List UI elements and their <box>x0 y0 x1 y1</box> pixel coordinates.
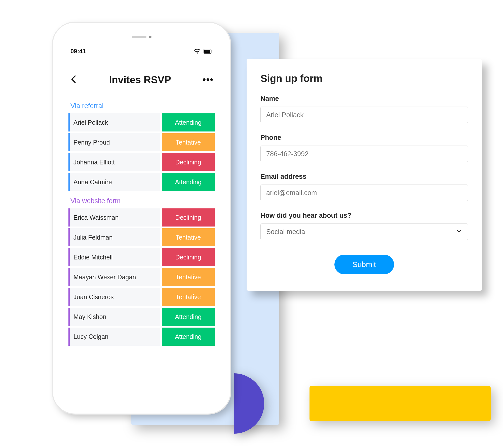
phone-notch <box>132 36 151 38</box>
group-header[interactable]: Via website form <box>68 191 215 208</box>
rsvp-status-cell[interactable]: Declining <box>162 208 215 227</box>
list-item[interactable]: Eddie MitchellDeclining <box>68 248 215 266</box>
status-time: 09:41 <box>70 48 86 55</box>
rsvp-status-cell[interactable]: Tentative <box>162 228 215 246</box>
invitee-name: Juan Cisneros <box>73 293 114 301</box>
invitee-name: Eddie Mitchell <box>73 254 113 261</box>
group-color-stripe <box>68 328 70 346</box>
battery-icon <box>204 49 213 54</box>
group-color-stripe <box>68 308 70 326</box>
group-color-stripe <box>68 133 70 151</box>
source-select-value: Social media <box>266 228 305 236</box>
chevron-down-icon <box>456 228 462 236</box>
group-color-stripe <box>68 173 70 191</box>
list-item[interactable]: Anna CatmireAttending <box>68 173 215 191</box>
group-color-stripe <box>68 113 70 131</box>
invitee-name: May Kishon <box>73 313 106 321</box>
signup-form-card: Sign up form Name Phone Email address Ho… <box>247 59 482 291</box>
phone-mockup: 09:41 Invites RSVP ••• Via referralAri <box>53 23 230 414</box>
name-input[interactable] <box>260 107 468 123</box>
more-button[interactable]: ••• <box>202 73 215 86</box>
group-color-stripe <box>68 228 70 246</box>
invitee-name: Johanna Elliott <box>73 159 115 166</box>
invitee-name: Penny Proud <box>73 139 110 146</box>
invitee-name-cell[interactable]: Erica Waissman <box>68 208 160 227</box>
group-color-stripe <box>68 268 70 286</box>
list-item[interactable]: Erica WaissmanDeclining <box>68 208 215 227</box>
svg-rect-2 <box>212 50 212 52</box>
invitee-name-cell[interactable]: Penny Proud <box>68 133 160 151</box>
rsvp-status-cell[interactable]: Tentative <box>162 268 215 286</box>
invitee-name-cell[interactable]: Ariel Pollack <box>68 113 160 131</box>
invitee-name-cell[interactable]: Lucy Colgan <box>68 328 160 346</box>
rsvp-status-cell[interactable]: Attending <box>162 308 215 326</box>
rsvp-status-cell[interactable]: Attending <box>162 328 215 346</box>
rsvp-status-cell[interactable]: Declining <box>162 153 215 171</box>
rsvp-status-cell[interactable]: Declining <box>162 248 215 266</box>
source-select[interactable]: Social media <box>260 223 468 240</box>
name-label: Name <box>260 95 468 103</box>
rsvp-status-cell[interactable]: Attending <box>162 113 215 131</box>
invitee-name-cell[interactable]: Juan Cisneros <box>68 288 160 306</box>
phone-input[interactable] <box>260 146 468 162</box>
invitee-name: Erica Waissman <box>73 214 119 221</box>
email-input[interactable] <box>260 185 468 201</box>
invitee-name-cell[interactable]: Maayan Wexer Dagan <box>68 268 160 286</box>
form-title: Sign up form <box>260 73 468 84</box>
svg-rect-1 <box>204 50 210 53</box>
rsvp-status-cell[interactable]: Attending <box>162 173 215 191</box>
list-item[interactable]: Juan CisnerosTentative <box>68 288 215 306</box>
rsvp-status-cell[interactable]: Tentative <box>162 288 215 306</box>
invitee-name: Maayan Wexer Dagan <box>73 274 136 281</box>
list-item[interactable]: Johanna ElliottDeclining <box>68 153 215 171</box>
decorative-yellow-rect <box>309 386 491 421</box>
list-item[interactable]: Penny ProudTentative <box>68 133 215 151</box>
list-item[interactable]: May KishonAttending <box>68 308 215 326</box>
invitee-name: Ariel Pollack <box>73 119 108 126</box>
email-label: Email address <box>260 173 468 181</box>
group-color-stripe <box>68 153 70 171</box>
group-color-stripe <box>68 288 70 306</box>
submit-button[interactable]: Submit <box>334 255 394 274</box>
group-header[interactable]: Via referral <box>68 96 215 113</box>
list-item[interactable]: Maayan Wexer DaganTentative <box>68 268 215 286</box>
list-item[interactable]: Julia FeldmanTentative <box>68 228 215 246</box>
invitee-name-cell[interactable]: Anna Catmire <box>68 173 160 191</box>
phone-label: Phone <box>260 134 468 142</box>
back-button[interactable] <box>68 72 79 87</box>
invitee-name-cell[interactable]: Julia Feldman <box>68 228 160 246</box>
invitee-name-cell[interactable]: Johanna Elliott <box>68 153 160 171</box>
invitee-name: Julia Feldman <box>73 234 113 241</box>
page-title: Invites RSVP <box>109 74 171 85</box>
invitee-name-cell[interactable]: Eddie Mitchell <box>68 248 160 266</box>
group-color-stripe <box>68 208 70 227</box>
invitee-name-cell[interactable]: May Kishon <box>68 308 160 326</box>
source-label: How did you hear about us? <box>260 212 468 219</box>
wifi-icon <box>194 49 201 54</box>
group-color-stripe <box>68 248 70 266</box>
list-item[interactable]: Ariel PollackAttending <box>68 113 215 131</box>
invitee-name: Anna Catmire <box>73 178 112 186</box>
list-item[interactable]: Lucy ColganAttending <box>68 328 215 346</box>
rsvp-status-cell[interactable]: Tentative <box>162 133 215 151</box>
invitee-name: Lucy Colgan <box>73 333 108 340</box>
